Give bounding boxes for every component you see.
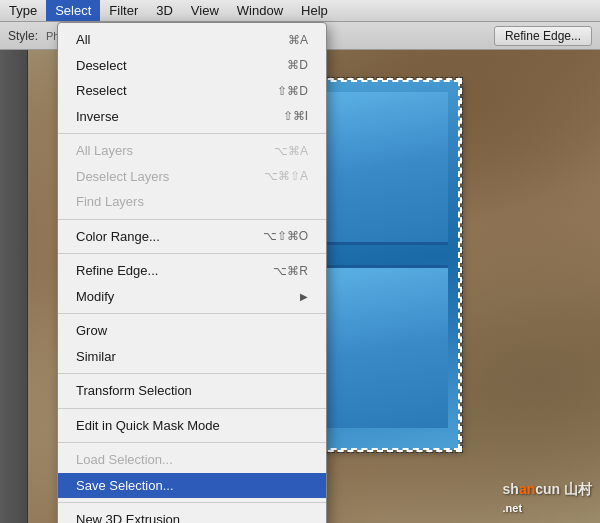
menu-new-3d-extrusion[interactable]: New 3D Extrusion xyxy=(58,507,326,523)
separator-1 xyxy=(58,133,326,134)
menu-edit-quick-mask[interactable]: Edit in Quick Mask Mode xyxy=(58,413,326,439)
menu-modify[interactable]: Modify xyxy=(58,284,326,310)
separator-7 xyxy=(58,442,326,443)
separator-8 xyxy=(58,502,326,503)
menu-bar: Type Select Filter 3D View Window Help xyxy=(0,0,600,22)
menu-grow[interactable]: Grow xyxy=(58,318,326,344)
menu-color-range[interactable]: Color Range... ⌥⇧⌘O xyxy=(58,224,326,250)
menu-load-selection: Load Selection... xyxy=(58,447,326,473)
menu-refine-edge[interactable]: Refine Edge... ⌥⌘R xyxy=(58,258,326,284)
select-dropdown-menu: All ⌘A Deselect ⌘D Reselect ⇧⌘D Inverse … xyxy=(57,22,327,523)
menu-deselect-layers: Deselect Layers ⌥⌘⇧A xyxy=(58,164,326,190)
tool-panel xyxy=(0,50,28,523)
menu-select[interactable]: Select xyxy=(46,0,100,21)
menu-inverse[interactable]: Inverse ⇧⌘I xyxy=(58,104,326,130)
separator-3 xyxy=(58,253,326,254)
blue-shutter xyxy=(310,80,460,450)
menu-transform-selection[interactable]: Transform Selection xyxy=(58,378,326,404)
watermark: shancun 山村.net xyxy=(503,481,592,515)
refine-edge-button[interactable]: Refine Edge... xyxy=(494,26,592,46)
menu-view[interactable]: View xyxy=(182,0,228,21)
style-label: Style: xyxy=(8,29,38,43)
separator-5 xyxy=(58,373,326,374)
menu-filter[interactable]: Filter xyxy=(100,0,147,21)
separator-2 xyxy=(58,219,326,220)
menu-all-layers: All Layers ⌥⌘A xyxy=(58,138,326,164)
menu-window[interactable]: Window xyxy=(228,0,292,21)
separator-4 xyxy=(58,313,326,314)
menu-deselect[interactable]: Deselect ⌘D xyxy=(58,53,326,79)
separator-6 xyxy=(58,408,326,409)
menu-save-selection[interactable]: Save Selection... xyxy=(58,473,326,499)
menu-find-layers: Find Layers xyxy=(58,189,326,215)
menu-3d[interactable]: 3D xyxy=(147,0,182,21)
menu-help[interactable]: Help xyxy=(292,0,337,21)
menu-type[interactable]: Type xyxy=(0,0,46,21)
menu-reselect[interactable]: Reselect ⇧⌘D xyxy=(58,78,326,104)
menu-similar[interactable]: Similar xyxy=(58,344,326,370)
menu-all[interactable]: All ⌘A xyxy=(58,27,326,53)
